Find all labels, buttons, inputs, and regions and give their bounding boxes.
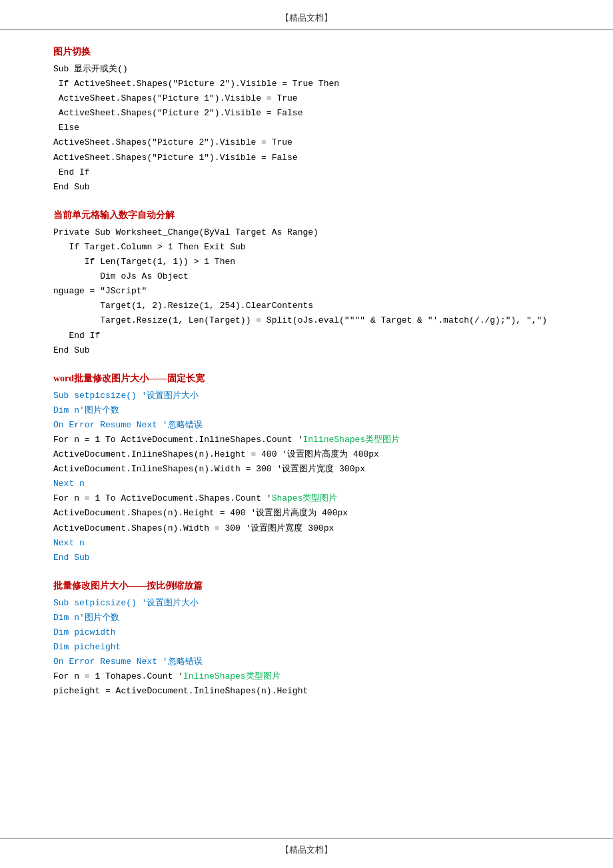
code-block-2: Private Sub Worksheet_Change(ByVal Targe… <box>53 225 560 358</box>
code-line: Private Sub Worksheet_Change(ByVal Targe… <box>53 225 560 240</box>
section-title-1: 图片切换 <box>53 46 560 58</box>
code-line: ActiveSheet.Shapes("Picture 1").Visible … <box>53 151 560 165</box>
code-line: picheight = ActiveDocument.InlineShapes(… <box>53 684 560 699</box>
code-line: If ActiveSheet.Shapes("Picture 2").Visib… <box>53 77 560 91</box>
code-line: End If <box>53 329 560 343</box>
code-line: Dim picwidth <box>53 625 560 640</box>
code-line: Dim n'图片个数 <box>53 403 560 418</box>
code-line: For n = 1 Tohapes.Count 'InlineShapes类型图… <box>53 669 560 684</box>
code-line: Sub setpicsize() '设置图片大小 <box>53 596 560 611</box>
code-line: ActiveSheet.Shapes("Picture 2").Visible … <box>53 106 560 121</box>
header-text: 【精品文档】 <box>281 13 332 23</box>
title-rest: 批量修改图片大小——固定长宽 <box>74 373 205 383</box>
code-line: ActiveDocument.Shapes(n).Height = 400 '设… <box>53 506 560 521</box>
section-pic-scale: 批量修改图片大小——按比例缩放篇 Sub setpicsize() '设置图片大… <box>53 580 560 699</box>
code-line: For n = 1 To ActiveDocument.Shapes.Count… <box>53 491 560 506</box>
code-line: Next n <box>53 477 560 491</box>
code-line: On Error Resume Next '忽略错误 <box>53 655 560 669</box>
code-line: Dim picheight <box>53 640 560 655</box>
code-line: On Error Resume Next '忽略错误 <box>53 418 560 433</box>
page-header: 【精品文档】 <box>0 0 613 30</box>
section-title-4: 批量修改图片大小——按比例缩放篇 <box>53 580 560 592</box>
title-word: word <box>53 373 74 383</box>
code-line: End If <box>53 165 560 180</box>
code-line: End Sub <box>53 343 560 358</box>
code-line: Sub setpicsize() '设置图片大小 <box>53 389 560 403</box>
section-word-pic-fixed: word批量修改图片大小——固定长宽 Sub setpicsize() '设置图… <box>53 373 560 565</box>
section-title-2: 当前单元格输入数字自动分解 <box>53 209 560 221</box>
footer-text: 【精品文档】 <box>281 845 332 855</box>
code-line: End Sub <box>53 551 560 565</box>
code-block-4: Sub setpicsize() '设置图片大小 Dim n'图片个数 Dim … <box>53 596 560 699</box>
code-line: Dim oJs As Object <box>53 269 560 284</box>
section-image-switch: 图片切换 Sub 显示开或关() If ActiveSheet.Shapes("… <box>53 46 560 195</box>
code-line: End Sub <box>53 180 560 195</box>
code-line: Dim n'图片个数 <box>53 611 560 625</box>
code-line: ActiveSheet.Shapes("Picture 2").Visible … <box>53 135 560 150</box>
code-line: Sub 显示开或关() <box>53 62 560 77</box>
code-line: ActiveDocument.Shapes(n).Width = 300 '设置… <box>53 521 560 536</box>
code-line: If Target.Column > 1 Then Exit Sub <box>53 240 560 255</box>
code-block-1: Sub 显示开或关() If ActiveSheet.Shapes("Pictu… <box>53 62 560 195</box>
code-line: nguage = "JScript" <box>53 284 560 299</box>
section-cell-split: 当前单元格输入数字自动分解 Private Sub Worksheet_Chan… <box>53 209 560 358</box>
page-footer: 【精品文档】 <box>0 838 613 868</box>
main-content: 图片切换 Sub 显示开或关() If ActiveSheet.Shapes("… <box>0 46 613 699</box>
code-line: Target(1, 2).Resize(1, 254).ClearContent… <box>53 299 560 313</box>
section-title-3: word批量修改图片大小——固定长宽 <box>53 373 560 385</box>
code-block-3: Sub setpicsize() '设置图片大小 Dim n'图片个数 On E… <box>53 389 560 565</box>
code-line: Next n <box>53 536 560 551</box>
code-line: ActiveSheet.Shapes("Picture 1").Visible … <box>53 91 560 106</box>
code-line: ActiveDocument.InlineShapes(n).Height = … <box>53 447 560 462</box>
code-line: If Len(Target(1, 1)) > 1 Then <box>53 255 560 269</box>
code-line: ActiveDocument.InlineShapes(n).Width = 3… <box>53 462 560 477</box>
code-line: Else <box>53 121 560 135</box>
code-line: Target.Resize(1, Len(Target)) = Split(oJ… <box>53 313 560 328</box>
code-line: For n = 1 To ActiveDocument.InlineShapes… <box>53 433 560 447</box>
